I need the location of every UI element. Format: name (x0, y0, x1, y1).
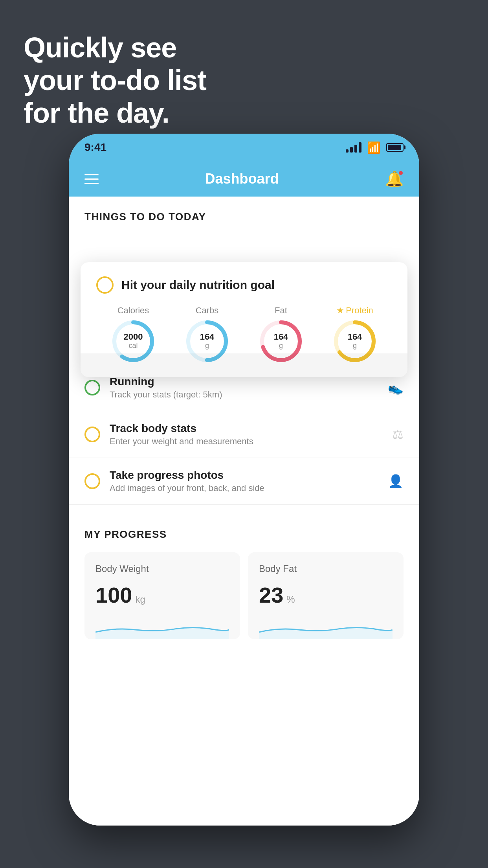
macro-value: 164 (274, 332, 288, 342)
todo-title-body-stats: Track body stats (110, 422, 383, 435)
wifi-icon: 📶 (367, 141, 381, 154)
todo-icon-running: 👟 (388, 380, 404, 395)
todo-subtitle-body-stats: Enter your weight and measurements (110, 436, 383, 447)
progress-card-title: Body Fat (259, 563, 393, 574)
progress-section: MY PROGRESS Body Weight 100 kg Body Fat … (69, 513, 419, 655)
progress-chart (95, 616, 229, 639)
notification-dot (398, 170, 404, 176)
todo-subtitle-running: Track your stats (target: 5km) (110, 390, 378, 400)
progress-card-body-weight[interactable]: Body Weight 100 kg (84, 552, 240, 639)
progress-unit: % (286, 594, 295, 605)
todo-item-body-stats[interactable]: Track body stats Enter your weight and m… (69, 411, 419, 458)
progress-cards: Body Weight 100 kg Body Fat 23 % (84, 552, 404, 639)
headline-line3: for the day. (24, 97, 206, 129)
progress-unit: kg (135, 594, 145, 605)
macro-unit: g (279, 342, 283, 350)
things-to-do-header: THINGS TO DO TODAY (69, 197, 419, 231)
todo-list: Running Track your stats (target: 5km) 👟… (69, 364, 419, 505)
nutrition-card[interactable]: Hit your daily nutrition goal Calories 2… (81, 262, 407, 377)
card-shadow (81, 353, 407, 377)
macro-unit: g (353, 342, 357, 350)
progress-chart (259, 616, 393, 639)
todo-circle-body-stats (84, 427, 100, 442)
todo-title-running: Running (110, 375, 378, 388)
macro-value: 164 (200, 332, 215, 342)
nutrition-title: Hit your daily nutrition goal (121, 278, 275, 292)
app-header: Dashboard 🔔 (69, 161, 419, 197)
star-icon: ★ (336, 305, 344, 315)
macro-value: 164 (348, 332, 362, 342)
content-area: THINGS TO DO TODAY Hit your daily nutrit… (69, 197, 419, 826)
headline: Quickly see your to-do list for the day. (24, 31, 206, 129)
todo-text-running: Running Track your stats (target: 5km) (110, 375, 378, 400)
progress-value: 100 (95, 582, 132, 608)
macro-value: 2000 (124, 332, 143, 342)
macro-label-fat: Fat (275, 305, 287, 316)
todo-icon-body-stats: ⚖ (392, 427, 404, 442)
battery-icon (386, 143, 404, 152)
todo-text-body-stats: Track body stats Enter your weight and m… (110, 422, 383, 447)
macro-unit: g (205, 342, 209, 350)
todo-item-progress-photos[interactable]: Take progress photos Add images of your … (69, 458, 419, 505)
progress-value-row: 100 kg (95, 582, 229, 608)
signal-icon (346, 142, 361, 153)
progress-value-row: 23 % (259, 582, 393, 608)
todo-icon-progress-photos: 👤 (388, 474, 404, 489)
todo-circle-running (84, 380, 100, 395)
nutrition-card-header: Hit your daily nutrition goal (96, 276, 392, 294)
todo-subtitle-progress-photos: Add images of your front, back, and side (110, 483, 378, 493)
hamburger-button[interactable] (84, 174, 99, 184)
nutrition-check-circle (96, 276, 114, 294)
todo-title-progress-photos: Take progress photos (110, 469, 378, 482)
progress-card-body-fat[interactable]: Body Fat 23 % (248, 552, 404, 639)
app-title: Dashboard (205, 171, 279, 187)
wave-chart (259, 616, 393, 639)
macro-label-calories: Calories (117, 305, 149, 316)
headline-line2: your to-do list (24, 64, 206, 97)
wave-chart (95, 616, 229, 639)
status-bar: 9:41 📶 (69, 134, 419, 161)
macro-unit: cal (128, 342, 138, 350)
headline-line1: Quickly see (24, 31, 206, 64)
macro-label-protein: ★Protein (336, 305, 373, 316)
status-icons: 📶 (346, 141, 404, 154)
progress-value: 23 (259, 582, 283, 608)
progress-title: MY PROGRESS (84, 528, 404, 541)
status-time: 9:41 (84, 141, 106, 154)
notification-button[interactable]: 🔔 (385, 170, 404, 188)
todo-text-progress-photos: Take progress photos Add images of your … (110, 469, 378, 493)
progress-card-title: Body Weight (95, 563, 229, 574)
todo-circle-progress-photos (84, 473, 100, 489)
phone-mockup: 9:41 📶 Dashboard 🔔 THINGS TO DO TODAY (69, 134, 419, 826)
macro-label-carbs: Carbs (196, 305, 219, 316)
